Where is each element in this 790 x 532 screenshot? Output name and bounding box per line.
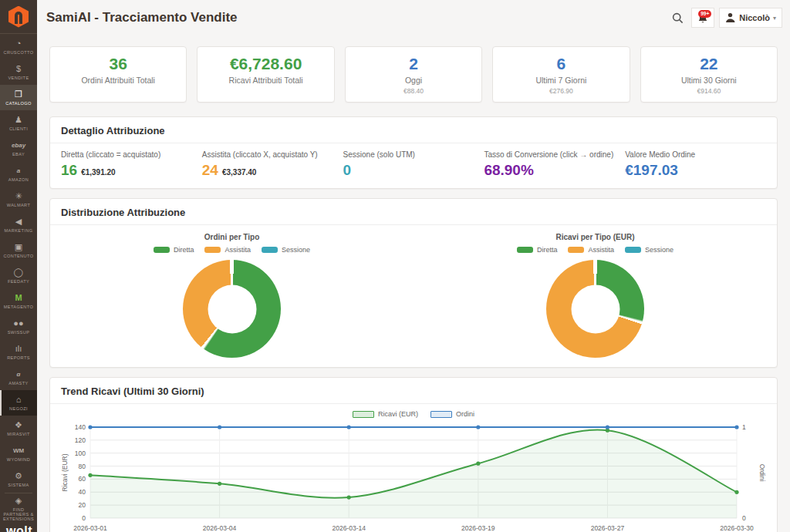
user-avatar-icon [725,12,735,23]
sales-dollar-icon: $ [16,65,21,74]
metric-sub-value: €3,337.40 [222,168,257,177]
sidebar-item-wyomind[interactable]: WM WYOMIND [0,441,37,466]
notification-count-badge: 99+ [698,10,711,18]
attribution-detail-panel: Dettaglio Attribuzione Diretta (cliccato… [49,116,778,189]
stat-sub: €914.60 [644,87,774,95]
chart-title: Ordini per Tipo [204,233,259,241]
legend-item-sessione[interactable]: Sessione [262,246,310,254]
legend-swatch [430,411,452,418]
metric-tasso-conversione: Tasso di Conversione (click → ordine) 68… [484,150,625,178]
legend-item-sessione[interactable]: Sessione [625,246,674,254]
legend-item-ricavi[interactable]: Ricavi (EUR) [353,410,418,418]
svg-text:2026-03-01: 2026-03-01 [73,524,107,532]
stat-sub [53,87,183,94]
metric-value: 16 [61,163,77,178]
sidebar-item-amazon[interactable]: a AMAZON [0,161,37,187]
sidebar-item-find-partners[interactable]: ◈ FIND PARTNERS & EXTENSIONS [0,494,37,523]
stat-label: Ultimi 7 Giorni [496,76,626,85]
sidebar-item-sistema[interactable]: ⚙ SISTEMA [0,466,37,492]
stat-value: 6 [496,55,626,73]
page-header: SamiAI - Tracciamento Vendite 99+ [37,0,790,35]
sidebar-item-walmart[interactable]: ✳ WALMART [0,187,37,212]
revenue-donut-chart [546,260,644,358]
sidebar-item-reports[interactable]: ılı REPORTS [0,339,37,365]
metric-assistita: Assistita (cliccato X, acquistato Y) 24 … [202,150,343,178]
customers-person-icon: ♟ [15,116,22,125]
stat-card-30-giorni: 22 Ultimi 30 Giorni €914.60 [640,46,778,103]
stat-cards-row: 36 Ordini Attribuiti Totali €6,728.60 Ri… [37,35,790,107]
sidebar-item-contenuto[interactable]: ▣ CONTENUTO [0,237,37,263]
stat-label: Ordini Attribuiti Totali [53,76,183,85]
search-button[interactable] [669,9,687,27]
sidebar-item-cruscotto[interactable]: ◔ CRUSCOTTO [0,34,37,59]
sidebar-item-feedaty[interactable]: ◯ FEEDATY [0,263,37,288]
metric-value: 0 [343,163,352,178]
metric-value: €197.03 [625,163,678,178]
trend-legend: Ricavi (EUR) Ordini [50,404,777,419]
sidebar-item-vendite[interactable]: $ VENDITE [0,59,37,85]
swissup-logo-icon: ●● [13,319,23,328]
stat-value: 2 [349,55,478,73]
sidebar-item-metagento[interactable]: M METAGENTO [0,288,37,314]
legend-item-diretta[interactable]: Diretta [517,246,558,254]
system-gear-icon: ⚙ [15,472,22,481]
sidebar-item-catalogo[interactable]: ❒ CATALOGO [0,85,37,110]
admin-sidebar: ◔ CRUSCOTTO $ VENDITE ❒ CATALOGO ♟ CLIEN… [0,0,37,532]
content-layout-icon: ▣ [15,243,22,252]
sidebar-item-swissup[interactable]: ●● SWISSUP [0,314,37,339]
legend-swatch [262,247,278,253]
orders-donut-chart [183,260,281,358]
metric-sessione: Sessione (solo UTM) 0 [343,150,484,178]
sidebar-divider [5,493,32,493]
legend-item-assistita[interactable]: Assistita [568,246,614,254]
app-window: ◔ CRUSCOTTO $ VENDITE ❒ CATALOGO ♟ CLIEN… [0,0,790,532]
stat-label: Oggi [349,76,478,85]
panel-title: Dettaglio Attribuzione [50,117,777,143]
chart-legend: Diretta Assistita Sessione [517,246,674,254]
legend-item-assistita[interactable]: Assistita [204,246,251,254]
wyomind-logo-icon: WM [13,446,24,456]
svg-text:2026-03-04: 2026-03-04 [203,524,237,532]
sidebar-item-clienti[interactable]: ♟ CLIENTI [0,110,37,136]
metric-value: 68.90% [484,163,533,178]
stores-storefront-icon: ⌂ [16,396,22,405]
sidebar-item-negozi[interactable]: ⌂ NEGOZI [0,390,37,416]
stat-card-ordini-totali: 36 Ordini Attribuiti Totali [49,46,187,103]
sidebar-item-marketing[interactable]: ◀ MARKETING [0,212,37,237]
partner-footer-logo: wolt [6,524,32,532]
walmart-spark-icon: ✳ [15,192,22,201]
magento-logo[interactable] [0,0,37,34]
stat-value: 22 [644,55,774,73]
chart-legend: Diretta Assistita Sessione [154,246,310,254]
dashboard-icon: ◔ [16,39,22,49]
user-menu[interactable]: Niccolò ▾ [719,8,782,28]
legend-swatch [517,247,533,253]
legend-swatch [625,247,641,253]
stat-label: Ricavi Attribuiti Totali [201,76,330,85]
mirasvit-diamond-icon: ❖ [15,421,22,430]
sidebar-item-mirasvit[interactable]: ❖ MIRASVIT [0,416,37,441]
legend-swatch [353,411,374,418]
svg-text:20: 20 [79,501,86,509]
sidebar-item-amasty[interactable]: ɑ AMASTY [0,365,37,390]
svg-text:140: 140 [75,423,86,431]
legend-item-diretta[interactable]: Diretta [154,246,194,254]
stat-sub: €276.90 [496,87,626,95]
search-icon [672,12,684,24]
amasty-logo-icon: ɑ [17,370,21,379]
amazon-logo-icon: a [17,167,20,176]
svg-text:2026-03-14: 2026-03-14 [332,524,366,532]
svg-text:1: 1 [742,423,746,431]
notifications-button[interactable]: 99+ [691,8,714,28]
metric-sub-value: €1,391.20 [81,168,116,177]
legend-item-ordini[interactable]: Ordini [430,410,474,418]
catalog-box-icon: ❒ [15,90,22,99]
svg-text:40: 40 [79,488,86,496]
legend-swatch [204,247,221,253]
stat-card-oggi: 2 Oggi €88.40 [345,46,482,103]
stat-label: Ultimi 30 Giorni [644,76,774,85]
stat-value: €6,728.60 [201,55,330,73]
feedaty-hexagon-icon: ◯ [14,268,23,278]
svg-text:100: 100 [75,450,86,457]
sidebar-item-ebay[interactable]: ebay EBAY [0,136,37,161]
